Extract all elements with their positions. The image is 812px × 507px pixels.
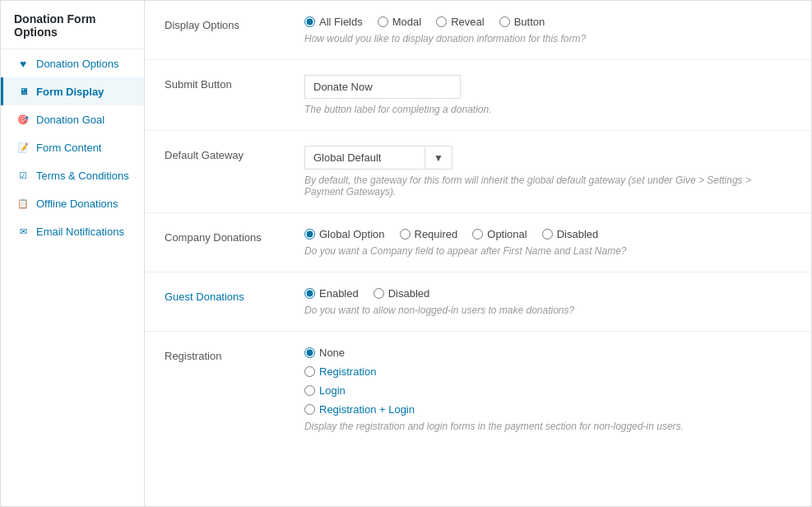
- sidebar-item-label: Form Display: [36, 86, 104, 98]
- radio-registration-login[interactable]: Registration + Login: [304, 403, 791, 416]
- radio-modal[interactable]: Modal: [378, 16, 421, 28]
- radio-disabled-company-input[interactable]: [542, 229, 553, 240]
- display-options-hint: How would you like to display donation i…: [304, 33, 791, 44]
- radio-required[interactable]: Required: [400, 228, 458, 240]
- sidebar-item-donation-goal[interactable]: 🎯 Donation Goal: [1, 105, 144, 133]
- guest-donations-row: Guest Donations Enabled Disabled Do you …: [145, 272, 811, 332]
- radio-enabled[interactable]: Enabled: [304, 287, 359, 300]
- radio-reveal[interactable]: Reveal: [436, 16, 484, 28]
- company-donations-label: Company Donations: [165, 228, 304, 244]
- display-options-row: Display Options All Fields Modal Reveal: [145, 1, 811, 60]
- radio-disabled-guest-input[interactable]: [374, 288, 384, 299]
- radio-enabled-label: Enabled: [319, 287, 359, 300]
- registration-row: Registration None Registration Login: [145, 332, 811, 447]
- radio-optional-input[interactable]: [472, 229, 483, 240]
- target-icon: 🎯: [16, 113, 30, 126]
- radio-none-label: None: [319, 347, 345, 359]
- main-content: Display Options All Fields Modal Reveal: [145, 1, 811, 506]
- radio-modal-input[interactable]: [378, 16, 388, 27]
- radio-all-fields-input[interactable]: [304, 16, 315, 27]
- default-gateway-hint: By default, the gateway for this form wi…: [304, 174, 791, 198]
- registration-content: None Registration Login Registration + L…: [304, 347, 791, 432]
- sidebar-item-form-display[interactable]: 🖥 Form Display: [1, 77, 144, 105]
- submit-button-row: Submit Button The button label for compl…: [145, 60, 811, 131]
- sidebar: Donation Form Options ♥ Donation Options…: [1, 1, 145, 506]
- pencil-icon: 📝: [16, 141, 30, 154]
- sidebar-item-form-content[interactable]: 📝 Form Content: [1, 133, 144, 161]
- company-donations-hint: Do you want a Company field to appear af…: [304, 245, 791, 257]
- radio-button[interactable]: Button: [499, 16, 545, 28]
- submit-button-input[interactable]: [304, 75, 461, 99]
- radio-all-fields-label: All Fields: [319, 16, 363, 28]
- default-gateway-content: Global Default ▼ By default, the gateway…: [304, 146, 791, 198]
- radio-none[interactable]: None: [304, 347, 791, 359]
- radio-modal-label: Modal: [392, 16, 421, 28]
- radio-registration-login-label: Registration + Login: [319, 403, 415, 416]
- clipboard-icon: 📋: [16, 197, 30, 210]
- radio-registration-login-input[interactable]: [304, 404, 315, 415]
- sidebar-item-label: Donation Options: [36, 58, 118, 70]
- sidebar-item-email-notifications[interactable]: ✉ Email Notifications: [1, 217, 144, 245]
- registration-label: Registration: [165, 347, 304, 362]
- radio-reveal-label: Reveal: [451, 16, 484, 28]
- radio-registration-label: Registration: [319, 365, 376, 378]
- radio-optional[interactable]: Optional: [472, 228, 527, 240]
- sidebar-item-label: Donation Goal: [36, 114, 104, 126]
- heart-icon: ♥: [16, 57, 30, 70]
- radio-login-input[interactable]: [304, 385, 315, 396]
- company-donations-radio-group: Global Option Required Optional Disabled: [304, 228, 791, 240]
- radio-required-input[interactable]: [400, 229, 411, 240]
- radio-disabled-guest[interactable]: Disabled: [374, 287, 430, 300]
- radio-reveal-input[interactable]: [436, 16, 447, 27]
- default-gateway-select-wrap: Global Default ▼: [304, 146, 452, 170]
- radio-button-input[interactable]: [499, 16, 510, 27]
- sidebar-title: Donation Form Options: [1, 1, 144, 49]
- chevron-down-icon: ▼: [425, 147, 452, 169]
- radio-required-label: Required: [415, 228, 458, 240]
- radio-enabled-input[interactable]: [304, 288, 315, 299]
- submit-button-content: The button label for completing a donati…: [304, 75, 791, 115]
- radio-optional-label: Optional: [487, 228, 527, 240]
- sidebar-item-label: Email Notifications: [36, 226, 124, 238]
- sidebar-item-label: Offline Donations: [36, 198, 118, 210]
- radio-disabled-company[interactable]: Disabled: [542, 228, 599, 240]
- radio-global-option[interactable]: Global Option: [304, 228, 385, 240]
- radio-disabled-company-label: Disabled: [557, 228, 599, 240]
- registration-hint: Display the registration and login forms…: [304, 421, 791, 432]
- radio-button-label: Button: [514, 16, 545, 28]
- email-icon: ✉: [16, 225, 30, 238]
- display-options-label: Display Options: [165, 16, 304, 31]
- radio-disabled-guest-label: Disabled: [388, 287, 430, 300]
- default-gateway-select[interactable]: Global Default: [305, 147, 425, 169]
- guest-donations-radio-group: Enabled Disabled: [304, 287, 791, 300]
- sidebar-item-label: Form Content: [36, 142, 101, 154]
- checkbox-icon: ☑: [16, 169, 30, 182]
- radio-global-option-input[interactable]: [304, 229, 315, 240]
- radio-registration-input[interactable]: [304, 366, 315, 377]
- guest-donations-content: Enabled Disabled Do you want to allow no…: [304, 287, 791, 316]
- radio-login[interactable]: Login: [304, 384, 791, 397]
- sidebar-item-terms-conditions[interactable]: ☑ Terms & Conditions: [1, 161, 144, 189]
- guest-donations-label: Guest Donations: [165, 287, 304, 303]
- radio-all-fields[interactable]: All Fields: [304, 16, 363, 28]
- submit-button-label: Submit Button: [165, 75, 304, 91]
- radio-registration[interactable]: Registration: [304, 365, 791, 378]
- default-gateway-label: Default Gateway: [165, 146, 304, 161]
- radio-none-input[interactable]: [304, 347, 315, 358]
- display-options-radio-group: All Fields Modal Reveal Button: [304, 16, 791, 28]
- sidebar-item-offline-donations[interactable]: 📋 Offline Donations: [1, 189, 144, 217]
- submit-button-hint: The button label for completing a donati…: [304, 104, 791, 115]
- default-gateway-row: Default Gateway Global Default ▼ By defa…: [145, 131, 811, 213]
- display-options-content: All Fields Modal Reveal Button: [304, 16, 791, 44]
- company-donations-row: Company Donations Global Option Required…: [145, 213, 811, 272]
- sidebar-item-label: Terms & Conditions: [36, 170, 129, 182]
- company-donations-content: Global Option Required Optional Disabled: [304, 228, 791, 257]
- guest-donations-hint: Do you want to allow non-logged-in users…: [304, 305, 791, 316]
- radio-login-label: Login: [319, 384, 346, 397]
- radio-global-option-label: Global Option: [319, 228, 385, 240]
- monitor-icon: 🖥: [16, 85, 30, 98]
- page-container: Donation Form Options ♥ Donation Options…: [0, 0, 812, 507]
- sidebar-item-donation-options[interactable]: ♥ Donation Options: [1, 49, 144, 77]
- registration-radio-group: None Registration Login Registration + L…: [304, 347, 791, 416]
